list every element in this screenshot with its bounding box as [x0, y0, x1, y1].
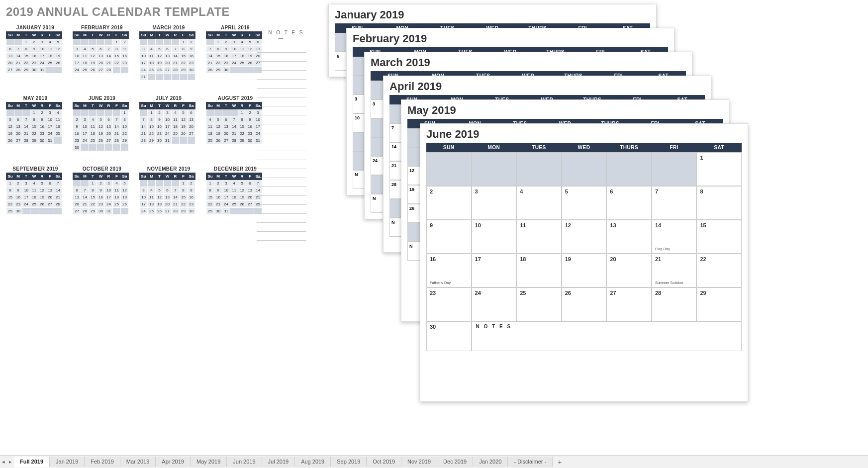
- mini-day-cell[interactable]: 22: [89, 201, 97, 208]
- mini-day-cell[interactable]: [164, 39, 172, 46]
- mini-day-cell[interactable]: [156, 180, 164, 187]
- mini-day-cell[interactable]: 3: [38, 39, 46, 46]
- tab-next-icon[interactable]: ▸: [7, 457, 14, 468]
- mini-day-cell[interactable]: 25: [30, 201, 38, 208]
- mini-day-cell[interactable]: 16: [73, 130, 81, 137]
- mini-day-cell[interactable]: 9: [38, 116, 46, 123]
- mini-day-cell[interactable]: 11: [206, 123, 214, 130]
- mini-day-cell[interactable]: 28: [206, 67, 214, 74]
- mini-day-cell[interactable]: 22: [180, 60, 188, 67]
- mini-day-cell[interactable]: [246, 67, 254, 74]
- mini-day-cell[interactable]: 17: [38, 53, 46, 60]
- mini-day-cell[interactable]: 30: [246, 137, 254, 144]
- mini-day-cell[interactable]: 1: [206, 180, 214, 187]
- mini-day-cell[interactable]: 10: [164, 116, 172, 123]
- mini-day-cell[interactable]: 25: [172, 130, 180, 137]
- mini-day-cell[interactable]: [206, 39, 214, 46]
- mini-day-cell[interactable]: 21: [140, 130, 148, 137]
- notes-line[interactable]: [257, 133, 306, 142]
- mini-day-cell[interactable]: 29: [121, 137, 129, 144]
- mini-day-cell[interactable]: [81, 144, 89, 151]
- calendar-day-cell[interactable]: 19: [562, 254, 607, 287]
- mini-day-cell[interactable]: 15: [180, 53, 188, 60]
- notes-line[interactable]: [257, 44, 306, 53]
- mini-day-cell[interactable]: 12: [156, 53, 164, 60]
- calendar-day-cell[interactable]: 30: [426, 321, 472, 351]
- mini-day-cell[interactable]: [6, 39, 14, 46]
- mini-day-cell[interactable]: 21: [206, 60, 214, 67]
- mini-day-cell[interactable]: 16: [30, 53, 38, 60]
- sheet-tab[interactable]: Jul 2019: [262, 457, 295, 467]
- calendar-day-cell[interactable]: 11: [516, 220, 562, 254]
- mini-day-cell[interactable]: 12: [214, 123, 222, 130]
- mini-day-cell[interactable]: 25: [148, 208, 156, 215]
- mini-day-cell[interactable]: 26: [156, 67, 164, 74]
- mini-day-cell[interactable]: [89, 109, 97, 116]
- notes-line[interactable]: [257, 142, 306, 151]
- mini-day-cell[interactable]: 22: [121, 130, 129, 137]
- calendar-day-cell[interactable]: 14Flag Day: [652, 220, 697, 254]
- mini-day-cell[interactable]: 25: [238, 60, 246, 67]
- mini-day-cell[interactable]: [54, 137, 62, 144]
- mini-day-cell[interactable]: 21: [113, 130, 121, 137]
- mini-day-cell[interactable]: [54, 208, 62, 215]
- notes-line[interactable]: [257, 178, 306, 187]
- mini-day-cell[interactable]: 5: [214, 116, 222, 123]
- mini-day-cell[interactable]: 30: [30, 67, 38, 74]
- mini-day-cell[interactable]: 15: [148, 123, 156, 130]
- mini-day-cell[interactable]: [81, 39, 89, 46]
- mini-day-cell[interactable]: 1: [6, 180, 14, 187]
- mini-day-cell[interactable]: 23: [97, 201, 105, 208]
- mini-day-cell[interactable]: 19: [54, 53, 62, 60]
- mini-day-cell[interactable]: 29: [180, 208, 188, 215]
- mini-day-cell[interactable]: 13: [6, 53, 14, 60]
- mini-day-cell[interactable]: 21: [81, 201, 89, 208]
- mini-day-cell[interactable]: 10: [73, 53, 81, 60]
- mini-day-cell[interactable]: 19: [156, 60, 164, 67]
- mini-day-cell[interactable]: 3: [230, 39, 238, 46]
- mini-day-cell[interactable]: 2: [30, 39, 38, 46]
- mini-day-cell[interactable]: [73, 180, 81, 187]
- mini-day-cell[interactable]: 29: [22, 67, 30, 74]
- sheet-tab[interactable]: May 2019: [191, 457, 227, 467]
- mini-day-cell[interactable]: [214, 109, 222, 116]
- mini-day-cell[interactable]: 13: [164, 194, 172, 201]
- mini-day-cell[interactable]: 23: [14, 201, 22, 208]
- mini-day-cell[interactable]: 7: [206, 46, 214, 53]
- mini-day-cell[interactable]: [148, 39, 156, 46]
- mini-day-cell[interactable]: 3: [46, 109, 54, 116]
- mini-day-cell[interactable]: 11: [30, 187, 38, 194]
- mini-day-cell[interactable]: 20: [246, 194, 254, 201]
- mini-day-cell[interactable]: 19: [97, 130, 105, 137]
- mini-day-cell[interactable]: 21: [172, 60, 180, 67]
- mini-day-cell[interactable]: 2: [246, 109, 254, 116]
- mini-day-cell[interactable]: 28: [140, 137, 148, 144]
- mini-day-cell[interactable]: 24: [46, 130, 54, 137]
- mini-day-cell[interactable]: 28: [22, 137, 30, 144]
- notes-line[interactable]: [257, 97, 306, 106]
- mini-day-cell[interactable]: 21: [54, 194, 62, 201]
- mini-day-cell[interactable]: 30: [188, 67, 195, 74]
- mini-day-cell[interactable]: 16: [121, 53, 129, 60]
- calendar-day-cell[interactable]: 3: [472, 186, 517, 220]
- mini-day-cell[interactable]: [156, 74, 164, 81]
- mini-day-cell[interactable]: [97, 109, 105, 116]
- mini-day-cell[interactable]: [246, 208, 254, 215]
- sheet-tab[interactable]: Mar 2019: [120, 457, 156, 467]
- mini-day-cell[interactable]: 10: [46, 116, 54, 123]
- mini-day-cell[interactable]: 31: [140, 74, 148, 81]
- calendar-day-cell[interactable]: 22: [696, 254, 742, 287]
- mini-day-cell[interactable]: [97, 144, 105, 151]
- calendar-day-cell[interactable]: 26: [562, 287, 607, 321]
- notes-line[interactable]: [257, 124, 306, 133]
- mini-day-cell[interactable]: 22: [6, 201, 14, 208]
- mini-day-cell[interactable]: 13: [246, 187, 254, 194]
- mini-day-cell[interactable]: 18: [113, 194, 121, 201]
- mini-day-cell[interactable]: 21: [22, 130, 30, 137]
- mini-day-cell[interactable]: 27: [14, 137, 22, 144]
- mini-day-cell[interactable]: 11: [89, 123, 97, 130]
- mini-day-cell[interactable]: 13: [14, 123, 22, 130]
- mini-day-cell[interactable]: 7: [172, 187, 180, 194]
- mini-day-cell[interactable]: 12: [238, 187, 246, 194]
- mini-day-cell[interactable]: [105, 144, 113, 151]
